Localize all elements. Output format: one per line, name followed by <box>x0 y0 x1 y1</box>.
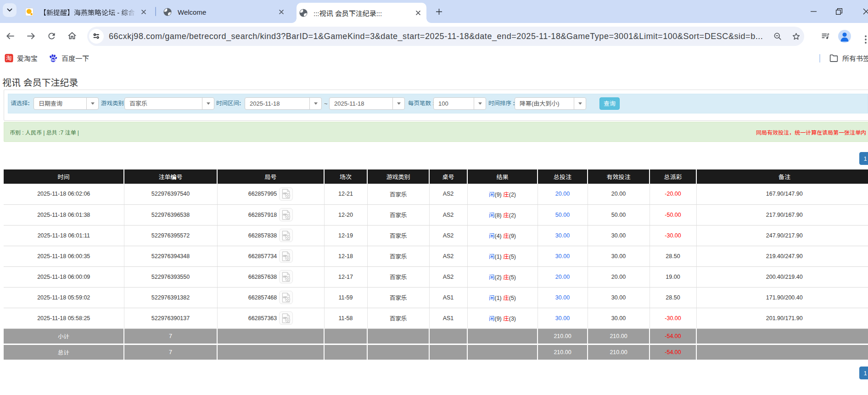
footer-cell <box>696 328 868 344</box>
game-type-select[interactable]: 百家乐 <box>124 97 214 110</box>
video-file-icon <box>281 251 291 261</box>
filter-panel: 请选择: 日期查询 游戏类别 百家乐 时间区间: 2025-11-18 <box>4 90 868 121</box>
browser-menu-button[interactable] <box>859 30 868 49</box>
cell-payout: 19.00 <box>650 266 696 287</box>
media-playlist-icon <box>821 31 830 41</box>
tilde-separator: ~ <box>324 94 328 113</box>
zoom-out-icon <box>773 32 783 41</box>
cell-game: 百家乐 <box>367 204 429 225</box>
cell-table: AS1 <box>429 308 467 328</box>
cell-remark: 217.90/167.90 <box>696 204 868 225</box>
minimize-button[interactable] <box>803 0 824 23</box>
dropdown-arrow-icon[interactable] <box>309 98 321 109</box>
cell-payout: -30.00 <box>650 225 696 246</box>
column-header: 注单编号 <box>124 169 217 184</box>
table-row: 2025-11-18 06:01:38 522976396538 6628579… <box>4 204 868 225</box>
sort-value: 降幂(由大到小) <box>515 98 574 109</box>
table-row: 2025-11-18 05:59:02 522976391382 6628574… <box>4 287 868 308</box>
search-button[interactable]: 查询 <box>599 97 620 110</box>
cell-result: 闲(1) 庄(5) <box>467 246 538 266</box>
taobao-icon: 淘 <box>5 54 13 62</box>
bookmark-taobao[interactable]: 淘 爱淘宝 <box>5 49 38 67</box>
footer-cell <box>217 328 324 344</box>
video-file-icon <box>281 189 291 199</box>
cell-table: AS1 <box>429 287 467 308</box>
zoom-button[interactable] <box>770 28 785 44</box>
media-controls-button[interactable] <box>816 27 835 46</box>
forward-button[interactable] <box>21 26 40 45</box>
close-window-button[interactable] <box>856 0 868 23</box>
bookmark-baidu[interactable]: du 百度一下 <box>49 49 89 67</box>
window-controls <box>0 0 868 23</box>
site-info-button[interactable] <box>89 29 104 44</box>
cell-game: 百家乐 <box>367 225 429 246</box>
column-header: 总投注 <box>538 169 588 184</box>
footer-cell <box>467 328 538 344</box>
cell-total-bet: 30.00 <box>538 287 588 308</box>
restore-button[interactable] <box>829 0 850 23</box>
date-start-input[interactable]: 2025-11-18 <box>245 97 322 110</box>
cell-result: 闲(1) 庄(5) <box>467 287 538 308</box>
cell-round: 662857734 <box>217 246 324 266</box>
avatar-icon <box>838 30 851 43</box>
video-file-icon <box>281 231 291 241</box>
browser-toolbar: 66cxkj98.com/game/betrecord_search/kind3… <box>0 23 868 49</box>
bookmark-star-button[interactable] <box>788 28 804 44</box>
url-text: 66cxkj98.com/game/betrecord_search/kind3… <box>109 32 768 41</box>
page-1-button[interactable]: 1 <box>859 152 868 165</box>
bookmarks-bar: 淘 爱淘宝 du 百度一下 所有书签 <box>0 49 868 67</box>
video-replay-button[interactable] <box>279 229 293 242</box>
footer-cell: 总计 <box>4 344 124 360</box>
query-type-value: 日期查询 <box>34 98 86 109</box>
select-type-label: 请选择: <box>11 94 30 113</box>
video-replay-button[interactable] <box>279 311 293 325</box>
dropdown-arrow-icon[interactable] <box>202 98 214 109</box>
dropdown-arrow-icon[interactable] <box>474 98 486 109</box>
cell-remark: 201.90/171.90 <box>696 308 868 328</box>
cell-session: 12-21 <box>324 184 367 204</box>
per-page-select[interactable]: 100 <box>433 97 486 110</box>
query-type-select[interactable]: 日期查询 <box>34 97 99 110</box>
date-end-input[interactable]: 2025-11-18 <box>329 97 405 110</box>
back-button[interactable] <box>0 26 20 45</box>
column-header: 结果 <box>467 169 538 184</box>
cell-valid-bet: 20.00 <box>588 266 650 287</box>
reload-button[interactable] <box>42 26 61 45</box>
tune-icon <box>92 32 101 40</box>
column-header: 场次 <box>324 169 367 184</box>
cell-round: 662857838 <box>217 225 324 246</box>
cell-game: 百家乐 <box>367 266 429 287</box>
profile-avatar[interactable] <box>835 27 854 46</box>
page-1-button[interactable]: 1 <box>859 367 868 379</box>
video-replay-button[interactable] <box>279 249 293 263</box>
cell-total-bet: 20.00 <box>538 266 588 287</box>
sort-select[interactable]: 降幂(由大到小) <box>515 97 586 110</box>
cell-result: 闲(4) 庄(9) <box>467 225 538 246</box>
cell-table: AS2 <box>429 246 467 266</box>
cell-time: 2025-11-18 05:59:02 <box>4 287 124 308</box>
cell-session: 12-18 <box>324 246 367 266</box>
footer-cell: 小计 <box>4 328 124 344</box>
all-bookmarks-button[interactable]: 所有书签 <box>829 49 868 67</box>
toolbar-right <box>816 23 868 49</box>
total-row: 总计7210.00210.00-54.00 <box>4 344 868 360</box>
video-replay-button[interactable] <box>279 291 293 304</box>
cell-table: AS2 <box>429 266 467 287</box>
footer-cell <box>429 328 467 344</box>
video-replay-button[interactable] <box>279 270 293 283</box>
dropdown-arrow-icon[interactable] <box>86 98 98 109</box>
video-replay-button[interactable] <box>279 208 293 221</box>
filter-bar: 请选择: 日期查询 游戏类别 百家乐 时间区间: 2025-11-18 <box>8 94 868 113</box>
video-replay-button[interactable] <box>279 187 293 201</box>
footer-cell: 7 <box>124 344 217 360</box>
cell-payout: 28.50 <box>650 287 696 308</box>
dropdown-arrow-icon[interactable] <box>392 98 404 109</box>
dropdown-arrow-icon[interactable] <box>574 98 586 109</box>
cell-payout: -50.00 <box>650 204 696 225</box>
table-row: 2025-11-18 06:01:11 522976395572 6628578… <box>4 225 868 246</box>
summary-right-note: 同局有效投注，统一计算在该局第一张注单内 <box>756 128 866 136</box>
address-bar[interactable]: 66cxkj98.com/game/betrecord_search/kind3… <box>87 27 804 46</box>
cell-valid-bet: 30.00 <box>588 225 650 246</box>
footer-cell: 210.00 <box>538 344 588 360</box>
home-button[interactable] <box>62 26 82 45</box>
